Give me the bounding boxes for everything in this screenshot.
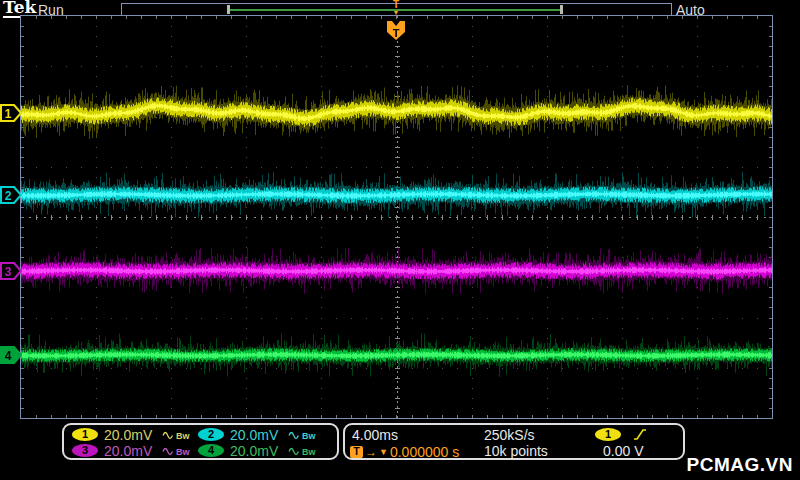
channel-3-badge: 3: [72, 444, 98, 457]
svg-text:4: 4: [5, 349, 12, 363]
oscilloscope-screen: Tek Run Auto T ▼ T 1 2 3 4 1 20.0m: [0, 0, 800, 480]
graticule-frame: [20, 15, 773, 419]
ac-coupling-sine-icon: [162, 447, 175, 456]
channel-4-badge: 4: [198, 444, 224, 457]
channel-2-coupling-icons: Bw: [288, 428, 316, 442]
channel-1-badge: 1: [72, 428, 98, 441]
window-bracket-left-icon: [227, 5, 230, 14]
down-triangle-icon: ▼: [379, 446, 388, 458]
channel-2-badge: 2: [198, 428, 224, 441]
watermark: PCMAG.VN: [687, 454, 793, 476]
ac-coupling-sine-icon: [288, 447, 301, 456]
trigger-source-badge: 1: [595, 428, 621, 441]
svg-text:2: 2: [5, 189, 12, 203]
waveform-display: [21, 16, 772, 418]
trigger-position-value: 0.000000 s: [390, 444, 459, 460]
channel-3-position-marker: 3: [0, 261, 22, 281]
trigger-position-marker-icon: T: [386, 21, 406, 41]
svg-text:1: 1: [5, 107, 12, 121]
rising-edge-slope-icon: [633, 428, 647, 441]
window-bracket-right-icon: [560, 5, 563, 14]
bandwidth-limit-label: Bw: [176, 447, 190, 457]
channel-4-position-marker: 4: [0, 345, 22, 365]
channel-4-scale: 20.0mV: [230, 443, 278, 459]
record-length: 10k points: [484, 443, 548, 459]
trigger-position-bar-icon: T ▼: [389, 0, 403, 16]
trigger-position-readout: T→▼0.000000 s: [350, 444, 459, 460]
bandwidth-limit-label: Bw: [176, 431, 190, 441]
trigger-level: 0.00 V: [603, 443, 643, 459]
bandwidth-limit-label: Bw: [302, 431, 316, 441]
channel-2-position-marker: 2: [0, 185, 22, 205]
svg-text:3: 3: [5, 265, 12, 279]
channel-readout-box: 1 20.0mV Bw 2 20.0mV Bw 3 20.0mV Bw 4 20…: [62, 423, 339, 460]
channel-3-scale: 20.0mV: [104, 443, 152, 459]
channel-4-coupling-icons: Bw: [288, 444, 316, 458]
channel-3-coupling-icons: Bw: [162, 444, 190, 458]
horizontal-trigger-readout-box: 4.00ms 250kS/s 1 T→▼0.000000 s 10k point…: [343, 423, 685, 460]
svg-text:T: T: [393, 27, 400, 39]
channel-1-scale: 20.0mV: [104, 427, 152, 443]
channel-1-coupling-icons: Bw: [162, 428, 190, 442]
right-arrow-icon: →: [365, 446, 377, 458]
time-per-div: 4.00ms: [352, 427, 398, 443]
channel-2-scale: 20.0mV: [230, 427, 278, 443]
ac-coupling-sine-icon: [162, 431, 175, 440]
trigger-t-badge: T: [350, 446, 363, 458]
sample-rate: 250kS/s: [484, 427, 535, 443]
ac-coupling-sine-icon: [288, 431, 301, 440]
bandwidth-limit-label: Bw: [302, 447, 316, 457]
channel-1-position-marker: 1: [0, 103, 22, 123]
